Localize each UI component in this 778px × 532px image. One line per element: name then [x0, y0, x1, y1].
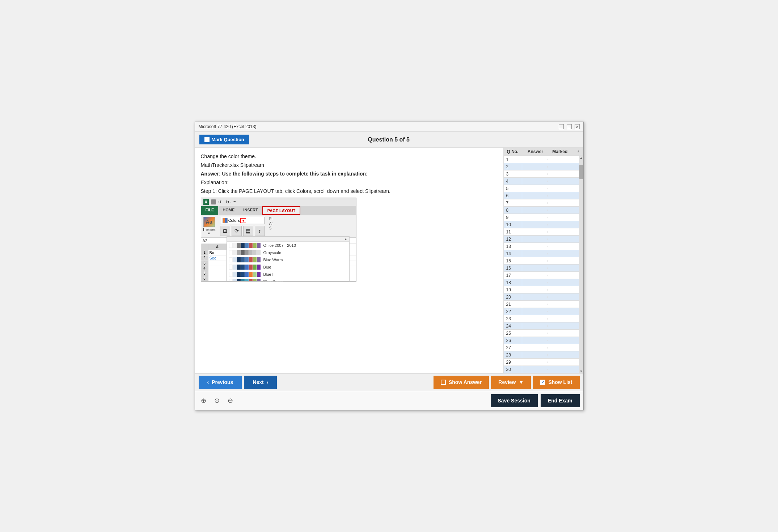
colors-label: Colors: [228, 218, 240, 223]
dropdown-item-3[interactable]: Blue: [227, 263, 349, 271]
col-a-header: A: [208, 244, 227, 250]
question-title: Question 5 of 5: [368, 136, 410, 143]
dropdown-item-0[interactable]: Office 2007 - 2010: [227, 242, 349, 249]
sidebar-scroll-up[interactable]: ▲: [577, 149, 580, 154]
main-window: Microsoft 77-420 (Excel 2013) ─ □ ✕ Mark…: [195, 122, 584, 410]
label-pr: Pr: [269, 217, 273, 221]
swatches-0: [229, 243, 261, 248]
zoom-out-button[interactable]: ⊖: [225, 396, 235, 405]
q-no-9: 9: [504, 214, 522, 221]
dropdown-item-5[interactable]: Blue Green: [227, 278, 349, 282]
q-no-13: 13: [504, 243, 522, 250]
window-controls: ─ □ ✕: [559, 124, 580, 129]
row-3-num: 3: [201, 261, 208, 266]
list-item: 18: [504, 279, 579, 286]
breaks-icon[interactable]: ↕: [255, 226, 265, 236]
cell-a1: Bo: [208, 250, 227, 255]
q-no-25: 25: [504, 330, 522, 337]
home-tab[interactable]: HOME: [218, 206, 239, 215]
orientation-icon[interactable]: ⟳: [232, 226, 242, 236]
list-item: 28: [504, 351, 579, 359]
colors-button[interactable]: Colors ▼: [220, 217, 265, 224]
end-exam-button[interactable]: End Exam: [541, 394, 580, 407]
q-no-22: 22: [504, 308, 522, 315]
save-session-button[interactable]: Save Session: [491, 394, 538, 407]
dropdown-item-1[interactable]: Grayscale: [227, 249, 349, 256]
themes-button[interactable]: Aa Themes ▼: [203, 217, 216, 235]
q-no-19: 19: [504, 287, 522, 293]
ribbon-icons: ⊞ ⟳ ▤ ↕: [220, 226, 265, 236]
q-no-4: 4: [504, 178, 522, 185]
list-item: 16: [504, 265, 579, 272]
list-item: 4: [504, 178, 579, 185]
next-button[interactable]: Next ›: [244, 376, 277, 389]
list-item: 24: [504, 322, 579, 330]
show-list-button[interactable]: ✓ Show List: [533, 376, 579, 389]
dropdown-item-2[interactable]: Blue Warm: [227, 256, 349, 263]
zoom-in-button[interactable]: ⊕: [199, 396, 208, 405]
sidebar-table: 1 2 3 4 5 6 7 8 9 10 11 12 13 14 15 16 1: [504, 156, 579, 373]
label-ar: Ar: [269, 221, 273, 225]
q-no-29: 29: [504, 359, 522, 366]
scroll-down-sidebar[interactable]: ▼: [580, 370, 583, 373]
swatches-5: [229, 279, 261, 282]
list-item: 27: [504, 344, 579, 351]
dropdown-item-4[interactable]: Blue II: [227, 271, 349, 278]
previous-button[interactable]: ‹ Previous: [199, 376, 242, 389]
show-list-checkbox-icon: ✓: [540, 380, 545, 385]
list-item: 30: [504, 366, 579, 373]
insert-tab[interactable]: INSERT: [239, 206, 262, 215]
corner-cell: [201, 244, 208, 250]
list-item: 3: [504, 170, 579, 178]
zoom-reset-button[interactable]: ⊙: [212, 396, 222, 405]
margins-icon[interactable]: ⊞: [220, 226, 230, 236]
equals-text: ≡: [233, 200, 236, 204]
sidebar-header: Q No. Answer Marked ▲: [504, 148, 583, 156]
cell-a3: [208, 261, 227, 266]
list-item: 26: [504, 337, 579, 344]
window-title: Microsoft 77-420 (Excel 2013): [199, 124, 257, 129]
q-no-23: 23: [504, 316, 522, 322]
list-item: 22: [504, 308, 579, 315]
scroll-up-arrow[interactable]: ▲: [343, 237, 349, 241]
excel-logo: X: [203, 199, 209, 205]
swatches-2: [229, 257, 261, 262]
footer-right-buttons: Save Session End Exam: [491, 394, 580, 407]
q-no-21: 21: [504, 301, 522, 308]
sidebar-scrollbar[interactable]: ▲ ▼: [579, 156, 583, 373]
scroll-up-sidebar[interactable]: ▲: [580, 156, 583, 160]
swatches-4: [229, 272, 261, 277]
scrollbar-thumb[interactable]: [579, 165, 583, 179]
q-no-11: 11: [504, 229, 522, 235]
list-item: 10: [504, 221, 579, 228]
list-item: 5: [504, 185, 579, 192]
minimize-button[interactable]: ─: [559, 124, 564, 129]
mark-question-button[interactable]: Mark Question: [199, 135, 249, 144]
footer-bar-2: ⊕ ⊙ ⊖ Save Session End Exam: [195, 391, 583, 410]
review-button[interactable]: Review ▼: [491, 376, 531, 389]
excel-screenshot: X ↺ · ↻ · ≡ FILE HOME INSERT PAGE LAYOUT: [201, 198, 356, 282]
maximize-button[interactable]: □: [567, 124, 572, 129]
q-no-16: 16: [504, 265, 522, 271]
save-icon: [211, 199, 216, 204]
sidebar-col-marked: Marked: [552, 149, 567, 154]
q-no-26: 26: [504, 337, 522, 344]
close-button[interactable]: ✕: [575, 124, 580, 129]
q-no-27: 27: [504, 345, 522, 351]
q-no-14: 14: [504, 250, 522, 257]
undo-text: ↺ ·: [218, 200, 224, 204]
page-layout-tab[interactable]: PAGE LAYOUT: [262, 206, 301, 215]
q-no-18: 18: [504, 279, 522, 286]
q-no-3: 3: [504, 171, 522, 177]
list-item: 17: [504, 272, 579, 279]
list-item: 29: [504, 359, 579, 366]
q-no-12: 12: [504, 236, 522, 242]
file-tab[interactable]: FILE: [201, 206, 219, 215]
size-icon[interactable]: ▤: [243, 226, 253, 236]
list-item: 20: [504, 294, 579, 301]
redo-text: ↻ ·: [226, 200, 231, 204]
list-item: 23: [504, 315, 579, 322]
show-answer-button[interactable]: Show Answer: [434, 376, 489, 389]
ribbon-labels: Pr Ar S: [269, 217, 273, 230]
list-item: 25: [504, 330, 579, 337]
